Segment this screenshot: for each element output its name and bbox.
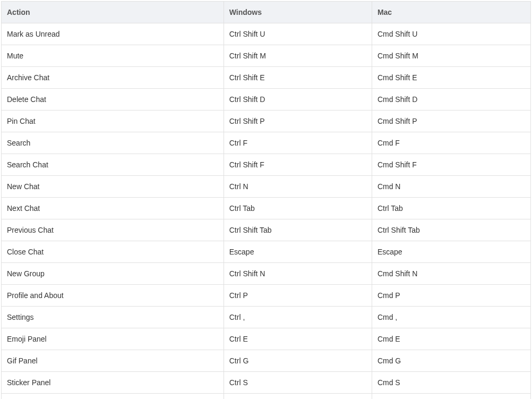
- cell-windows: Ctrl Shift P: [224, 111, 372, 132]
- cell-mac: Ctrl Shift Tab: [372, 219, 530, 241]
- cell-action: Delete Chat: [2, 89, 224, 111]
- cell-action: Search Chat: [2, 154, 224, 176]
- cell-windows: Ctrl Shift D: [224, 89, 372, 111]
- cell-mac: Cmd K: [372, 394, 530, 400]
- cell-mac: Cmd Shift M: [372, 45, 530, 67]
- cell-windows: Ctrl P: [224, 285, 372, 307]
- table-row: SearchCtrl FCmd F: [2, 132, 531, 154]
- cell-windows: Escape: [224, 241, 372, 263]
- cell-mac: Cmd N: [372, 176, 530, 198]
- cell-action: Pin Chat: [2, 111, 224, 132]
- cell-windows: Ctrl Shift U: [224, 23, 372, 45]
- cell-action: Search: [2, 132, 224, 154]
- cell-action: Previous Chat: [2, 219, 224, 241]
- cell-mac: Cmd Shift P: [372, 111, 530, 132]
- table-header-row: Action Windows Mac: [2, 2, 531, 23]
- cell-action: Close Chat: [2, 241, 224, 263]
- cell-action: Settings: [2, 307, 224, 328]
- cell-action: Extended Search: [2, 394, 224, 400]
- table-row: Emoji PanelCtrl ECmd E: [2, 328, 531, 350]
- cell-mac: Escape: [372, 241, 530, 263]
- cell-mac: Cmd Shift E: [372, 67, 530, 89]
- header-mac: Mac: [372, 2, 530, 23]
- cell-mac: Cmd Shift N: [372, 263, 530, 285]
- cell-windows: Ctrl Shift F: [224, 154, 372, 176]
- shortcuts-table: Action Windows Mac Mark as UnreadCtrl Sh…: [1, 1, 531, 399]
- table-row: Delete ChatCtrl Shift DCmd Shift D: [2, 89, 531, 111]
- cell-mac: Cmd Shift D: [372, 89, 530, 111]
- cell-action: Mark as Unread: [2, 23, 224, 45]
- cell-action: New Group: [2, 263, 224, 285]
- table-row: Sticker PanelCtrl SCmd S: [2, 372, 531, 394]
- table-row: Mark as UnreadCtrl Shift UCmd Shift U: [2, 23, 531, 45]
- cell-windows: Ctrl Tab: [224, 198, 372, 219]
- table-row: New GroupCtrl Shift NCmd Shift N: [2, 263, 531, 285]
- table-row: Next ChatCtrl TabCtrl Tab: [2, 198, 531, 219]
- cell-mac: Cmd S: [372, 372, 530, 394]
- cell-windows: Ctrl S: [224, 372, 372, 394]
- cell-windows: Ctrl F: [224, 132, 372, 154]
- table-row: Close ChatEscapeEscape: [2, 241, 531, 263]
- header-windows: Windows: [224, 2, 372, 23]
- cell-windows: Ctrl N: [224, 176, 372, 198]
- table-row: MuteCtrl Shift MCmd Shift M: [2, 45, 531, 67]
- header-action: Action: [2, 2, 224, 23]
- cell-action: Mute: [2, 45, 224, 67]
- table-row: Profile and AboutCtrl PCmd P: [2, 285, 531, 307]
- cell-mac: Cmd P: [372, 285, 530, 307]
- cell-mac: Ctrl Tab: [372, 198, 530, 219]
- cell-windows: Ctrl Shift Tab: [224, 219, 372, 241]
- cell-mac: Cmd E: [372, 328, 530, 350]
- table-row: Search ChatCtrl Shift FCmd Shift F: [2, 154, 531, 176]
- table-row: SettingsCtrl ,Cmd ,: [2, 307, 531, 328]
- cell-mac: Cmd Shift U: [372, 23, 530, 45]
- cell-action: Profile and About: [2, 285, 224, 307]
- cell-action: Archive Chat: [2, 67, 224, 89]
- cell-mac: Cmd F: [372, 132, 530, 154]
- cell-action: Next Chat: [2, 198, 224, 219]
- table-row: New ChatCtrl NCmd N: [2, 176, 531, 198]
- cell-windows: Ctrl E: [224, 328, 372, 350]
- cell-action: New Chat: [2, 176, 224, 198]
- cell-windows: Ctrl Shift N: [224, 263, 372, 285]
- cell-windows: Ctrl Shift E: [224, 67, 372, 89]
- table-row: Gif PanelCtrl GCmd G: [2, 350, 531, 372]
- cell-action: Emoji Panel: [2, 328, 224, 350]
- cell-mac: Cmd ,: [372, 307, 530, 328]
- cell-action: Gif Panel: [2, 350, 224, 372]
- cell-windows: Ctrl Shift M: [224, 45, 372, 67]
- cell-action: Sticker Panel: [2, 372, 224, 394]
- cell-windows: Ctrl G: [224, 350, 372, 372]
- table-row: Previous ChatCtrl Shift TabCtrl Shift Ta…: [2, 219, 531, 241]
- cell-mac: Cmd G: [372, 350, 530, 372]
- cell-mac: Cmd Shift F: [372, 154, 530, 176]
- cell-windows: Ctrl ,: [224, 307, 372, 328]
- table-row: Pin ChatCtrl Shift PCmd Shift P: [2, 111, 531, 132]
- table-row: Extended SearchAlt KCmd K: [2, 394, 531, 400]
- cell-windows: Alt K: [224, 394, 372, 400]
- table-row: Archive ChatCtrl Shift ECmd Shift E: [2, 67, 531, 89]
